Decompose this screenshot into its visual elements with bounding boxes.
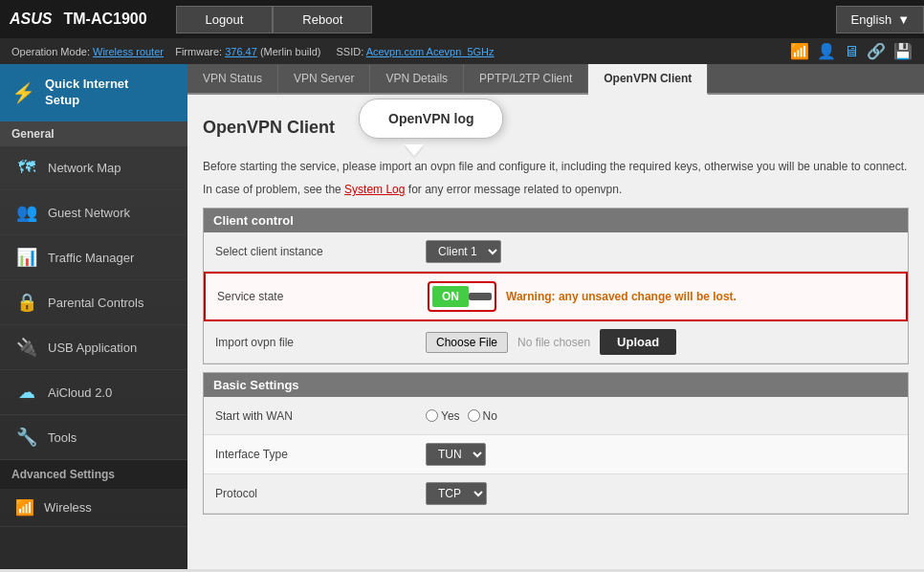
language-selector[interactable]: English ▼ xyxy=(836,6,924,33)
header: ASUS TM-AC1900 Logout Reboot English ▼ xyxy=(0,0,924,38)
firmware-link[interactable]: 376.47 xyxy=(225,46,257,57)
select-instance-row: Select client instance Client 1 Client 2… xyxy=(204,232,908,272)
logout-button[interactable]: Logout xyxy=(176,6,274,33)
operation-mode-info: Operation Mode: Wireless router Firmware… xyxy=(11,46,320,57)
reboot-button[interactable]: Reboot xyxy=(273,6,372,33)
tools-icon: 🔧 xyxy=(15,427,38,448)
service-state-control: ON Warning: any unsaved change will be l… xyxy=(428,281,894,312)
start-with-wan-control: Yes No xyxy=(426,409,896,423)
sidebar-label-parental-controls: Parental Controls xyxy=(48,296,143,310)
no-radio[interactable] xyxy=(468,409,480,422)
interface-type-control: TUN TAP xyxy=(426,443,896,466)
ssid-info: SSID: Acevpn.com Acevpn_5GHz xyxy=(336,46,494,57)
service-state-label: Service state xyxy=(217,290,428,303)
language-label: English xyxy=(850,12,891,27)
tab-bar: VPN Status VPN Server VPN Details PPTP/L… xyxy=(187,64,924,95)
yes-radio[interactable] xyxy=(426,409,438,422)
network-icon: 🔗 xyxy=(867,42,886,60)
no-radio-label[interactable]: No xyxy=(468,409,497,423)
tab-pptp-l2tp[interactable]: PPTP/L2TP Client xyxy=(464,64,588,93)
asus-logo: ASUS xyxy=(10,11,52,28)
sidebar-label-usb-application: USB Application xyxy=(48,341,137,355)
sidebar-item-parental-controls[interactable]: 🔒 Parental Controls xyxy=(0,280,187,325)
sidebar-label-wireless: Wireless xyxy=(44,500,92,515)
client-instance-dropdown[interactable]: Client 1 Client 2 Client 3 xyxy=(426,240,501,263)
sidebar-item-tools[interactable]: 🔧 Tools xyxy=(0,415,187,460)
toggle-off-button[interactable] xyxy=(469,293,492,300)
quick-setup-icon: ⚡ xyxy=(11,81,35,104)
import-control: Choose File No file chosen Upload xyxy=(426,329,896,355)
tooltip-cloud: OpenVPN log xyxy=(359,99,503,139)
sidebar-advanced-header: Advanced Settings xyxy=(0,460,187,489)
service-state-row: Service state ON Warning: any unsaved ch… xyxy=(204,272,908,321)
protocol-dropdown[interactable]: TCP UDP xyxy=(426,482,487,505)
select-instance-label: Select client instance xyxy=(215,245,426,258)
start-with-wan-row: Start with WAN Yes No xyxy=(204,397,908,435)
choose-file-button[interactable]: Choose File xyxy=(426,332,508,353)
cloud-tail xyxy=(405,144,424,156)
client-control-header: Client control xyxy=(204,209,908,232)
sidebar-item-traffic-manager[interactable]: 📊 Traffic Manager xyxy=(0,235,187,280)
no-file-text: No file chosen xyxy=(517,336,590,349)
status-icons: 📶 👤 🖥 🔗 💾 xyxy=(790,42,913,60)
usb-application-icon: 🔌 xyxy=(15,337,38,358)
page-content: OpenVPN Client OpenVPN log Before starti… xyxy=(187,95,924,528)
parental-controls-icon: 🔒 xyxy=(15,292,38,313)
chevron-down-icon: ▼ xyxy=(897,12,910,27)
operation-mode-link[interactable]: Wireless router xyxy=(93,46,164,57)
sidebar-label-network-map: Network Map xyxy=(48,161,121,175)
toggle-on-button[interactable]: ON xyxy=(432,286,469,307)
select-instance-control: Client 1 Client 2 Client 3 xyxy=(426,240,896,263)
ssid-link[interactable]: Acevpn.com Acevpn_5GHz xyxy=(366,46,495,57)
import-ovpn-row: Import ovpn file Choose File No file cho… xyxy=(204,321,908,363)
sidebar-label-traffic-manager: Traffic Manager xyxy=(48,251,134,265)
problem-text: In case of problem, see the System Log f… xyxy=(203,183,909,196)
tab-openvpn-client[interactable]: OpenVPN Client xyxy=(588,64,708,95)
display-icon: 🖥 xyxy=(844,43,859,60)
yes-radio-label[interactable]: Yes xyxy=(426,409,460,423)
interface-type-label: Interface Type xyxy=(215,448,426,461)
warning-message: Warning: any unsaved change will be lost… xyxy=(506,290,737,303)
aicloud-icon: ☁ xyxy=(15,382,38,403)
wifi-icon: 📶 xyxy=(790,42,809,60)
title-area: OpenVPN Client OpenVPN log xyxy=(203,108,909,158)
sidebar-item-guest-network[interactable]: 👥 Guest Network xyxy=(0,190,187,235)
usb-icon: 💾 xyxy=(893,42,913,60)
sidebar-item-usb-application[interactable]: 🔌 USB Application xyxy=(0,325,187,370)
user-icon: 👤 xyxy=(817,42,836,60)
wireless-icon: 📶 xyxy=(15,498,34,517)
model-name: TM-AC1900 xyxy=(63,11,146,28)
sidebar-item-aicloud[interactable]: ☁ AiCloud 2.0 xyxy=(0,370,187,415)
system-log-link[interactable]: System Log xyxy=(344,183,405,196)
service-state-toggle-wrapper: ON xyxy=(428,281,496,312)
basic-settings-section: Basic Settings Start with WAN Yes No xyxy=(203,372,909,515)
info-bar: Operation Mode: Wireless router Firmware… xyxy=(0,38,924,64)
sidebar-general-header: General xyxy=(0,121,187,146)
sidebar-item-quick-setup[interactable]: ⚡ Quick InternetSetup xyxy=(0,64,187,121)
client-control-section: Client control Select client instance Cl… xyxy=(203,208,909,364)
logo-area: ASUS TM-AC1900 xyxy=(0,11,157,28)
page-title: OpenVPN Client OpenVPN log xyxy=(203,108,503,148)
protocol-label: Protocol xyxy=(215,487,426,500)
protocol-row: Protocol TCP UDP xyxy=(204,474,908,514)
interface-type-row: Interface Type TUN TAP xyxy=(204,435,908,474)
sidebar: ⚡ Quick InternetSetup General 🗺 Network … xyxy=(0,64,187,569)
tab-vpn-details[interactable]: VPN Details xyxy=(370,64,464,93)
tab-vpn-status[interactable]: VPN Status xyxy=(187,64,278,93)
tab-vpn-server[interactable]: VPN Server xyxy=(278,64,370,93)
sidebar-item-network-map[interactable]: 🗺 Network Map xyxy=(0,146,187,190)
traffic-manager-icon: 📊 xyxy=(15,247,38,268)
content-area: VPN Status VPN Server VPN Details PPTP/L… xyxy=(187,64,924,569)
sidebar-item-wireless[interactable]: 📶 Wireless xyxy=(0,489,187,527)
import-label: Import ovpn file xyxy=(215,336,426,349)
protocol-control: TCP UDP xyxy=(426,482,896,505)
interface-type-dropdown[interactable]: TUN TAP xyxy=(426,443,486,466)
network-map-icon: 🗺 xyxy=(15,158,38,178)
upload-button[interactable]: Upload xyxy=(600,329,676,355)
header-buttons: Logout Reboot xyxy=(176,6,373,33)
start-with-wan-label: Start with WAN xyxy=(215,409,426,423)
basic-settings-header: Basic Settings xyxy=(204,373,908,397)
sidebar-label-tools: Tools xyxy=(48,430,77,445)
quick-setup-label: Quick InternetSetup xyxy=(45,77,128,109)
main-layout: ⚡ Quick InternetSetup General 🗺 Network … xyxy=(0,64,924,569)
